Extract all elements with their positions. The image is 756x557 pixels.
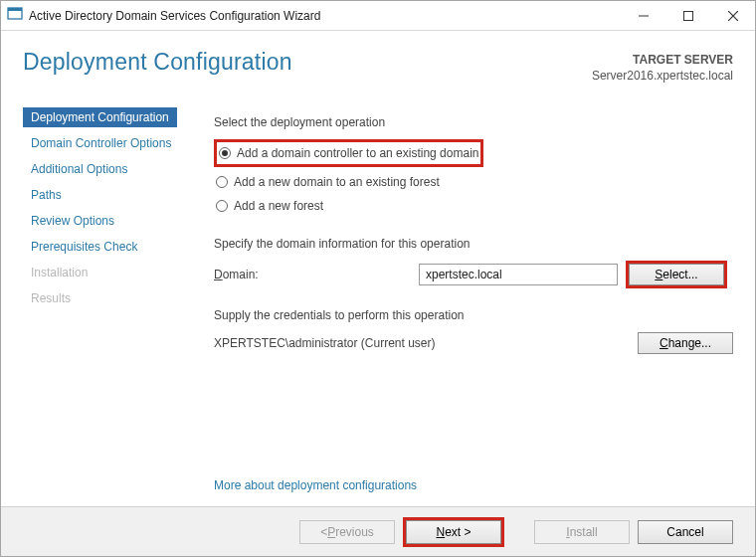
target-server-block: TARGET SERVER Server2016.xpertstec.local [592, 49, 733, 84]
deployment-operation-radios: Add a domain controller to an existing d… [214, 137, 733, 217]
radio-label: Add a new forest [234, 197, 323, 215]
close-button[interactable] [710, 1, 755, 30]
next-highlight: Next > [403, 517, 504, 547]
window-title: Active Directory Domain Services Configu… [29, 9, 320, 23]
domain-input[interactable] [419, 264, 618, 285]
radio-add-new-forest[interactable]: Add a new forest [214, 195, 733, 217]
previous-button: < Previous [299, 520, 395, 544]
radio-label: Add a domain controller to an existing d… [237, 144, 478, 162]
nav-deployment-configuration[interactable]: Deployment Configuration [23, 107, 177, 127]
select-highlight: Select... [626, 261, 727, 288]
creds-row: XPERTSTEC\administrator (Current user) C… [214, 332, 733, 354]
select-domain-button[interactable]: Select... [629, 264, 724, 285]
target-server-label: TARGET SERVER [592, 53, 733, 69]
nav-paths[interactable]: Paths [23, 185, 70, 205]
radio-add-dc-existing-domain[interactable]: Add a domain controller to an existing d… [214, 139, 483, 167]
titlebar-left: Active Directory Domain Services Configu… [7, 6, 320, 25]
page-title: Deployment Configuration [23, 49, 292, 76]
nav-domain-controller-options[interactable]: Domain Controller Options [23, 133, 179, 153]
nav-additional-options[interactable]: Additional Options [23, 159, 135, 179]
maximize-button[interactable] [665, 1, 710, 30]
svg-rect-3 [683, 11, 692, 20]
minimize-button[interactable] [621, 1, 665, 30]
current-user: XPERTSTEC\administrator (Current user) [214, 334, 630, 352]
footer: < Previous Next > Install Cancel [1, 506, 755, 556]
content: Deployment Configuration Domain Controll… [1, 84, 755, 372]
nav-installation: Installation [23, 263, 95, 282]
nav-review-options[interactable]: Review Options [23, 211, 122, 231]
supply-creds-label: Supply the credentials to perform this o… [214, 306, 733, 324]
change-credentials-button[interactable]: Change... [638, 332, 733, 354]
domain-label: Domain: [214, 266, 411, 283]
radio-icon [216, 200, 228, 212]
sidebar: Deployment Configuration Domain Controll… [1, 84, 200, 372]
radio-icon [216, 176, 228, 188]
nav-prerequisites-check[interactable]: Prerequisites Check [23, 237, 145, 257]
domain-row: Domain: Select... [214, 261, 733, 288]
main-panel: Select the deployment operation Add a do… [200, 84, 755, 372]
more-link[interactable]: More about deployment configurations [214, 478, 417, 492]
app-icon [7, 6, 23, 25]
nav-results: Results [23, 288, 79, 308]
select-operation-label: Select the deployment operation [214, 113, 733, 131]
window-controls [621, 1, 755, 30]
titlebar: Active Directory Domain Services Configu… [1, 1, 755, 31]
radio-label: Add a new domain to an existing forest [234, 173, 440, 191]
target-server-name: Server2016.xpertstec.local [592, 69, 733, 85]
radio-add-domain-existing-forest[interactable]: Add a new domain to an existing forest [214, 171, 733, 193]
next-button[interactable]: Next > [406, 520, 501, 544]
svg-rect-1 [8, 8, 22, 11]
install-button: Install [534, 520, 630, 544]
radio-icon [219, 147, 231, 159]
specify-domain-label: Specify the domain information for this … [214, 235, 733, 253]
cancel-button[interactable]: Cancel [638, 520, 733, 544]
header: Deployment Configuration TARGET SERVER S… [1, 31, 755, 84]
